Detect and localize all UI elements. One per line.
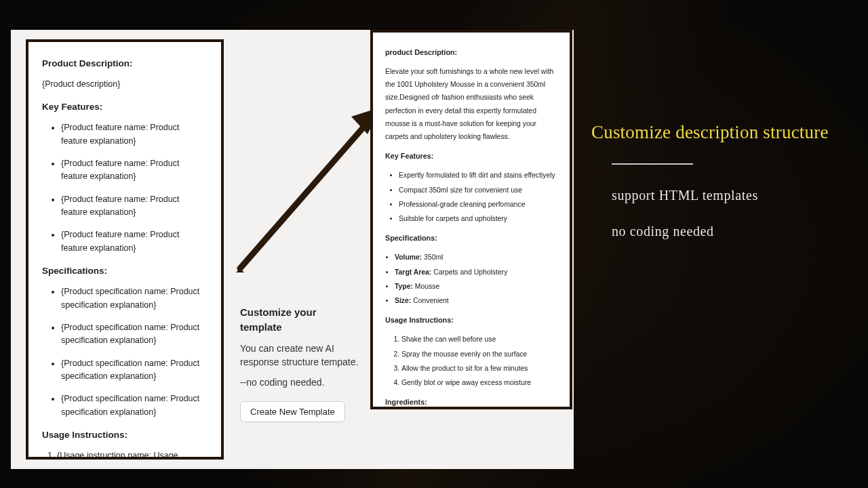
list-item: {Usage instruction name: Usage instructi… [57,449,208,460]
spec-list: Volume: 350ml Targt Area: Carpets and Up… [385,251,559,307]
marketing-headline: Customize description structure [591,122,863,143]
spec-key: Size: [395,297,411,304]
spec-key: Type: [395,283,413,290]
spec-value: Mousse [415,283,439,290]
placeholder-product-description: {Product description} [42,78,208,91]
list-item: {Product specification name: Product spe… [61,285,208,312]
customize-template-block: Customize your template You can create n… [240,305,359,422]
heading-key-features: Key Features: [385,150,559,163]
list-item: {Product specification name: Product spe… [61,357,208,384]
spec-value: Convenient [413,297,449,304]
app-stage: Product Description: {Product descriptio… [11,30,574,469]
heading-ingredients: Ingredients: [385,396,559,409]
generated-output-panel: product Description: Elevate your soft f… [370,30,572,409]
list-item: {Product specification name: Product spe… [61,321,208,348]
feature-placeholder-list: {Product feature name: Product feature e… [42,121,208,255]
list-item: Size: Convenient [395,294,559,307]
list-item: Spray the mousse evenly on the surface [401,348,559,361]
heading-product-description: Product Description: [42,57,208,71]
customize-template-line1: You can create new AI response structure… [240,342,359,369]
heading-key-features: Key Features: [42,100,208,115]
heading-usage-instructions: Usage Instructions: [42,428,208,443]
feature-list: Expertly formulated to lift dirt and sta… [385,169,559,225]
marketing-copy: Customize description structure support … [591,122,863,260]
marketing-subline-2: no coding needed [612,224,863,239]
list-item: {Product feature name: Product feature e… [61,121,208,148]
list-item: {Product feature name: Product feature e… [61,193,208,220]
list-item: Expertly formulated to lift dirt and sta… [399,169,559,182]
list-item: Suitsble for carpets and upholstery [399,212,559,225]
spec-placeholder-list: {Product specification name: Product spe… [42,285,208,419]
list-item: Shake the can well before use [401,333,559,346]
usage-list: Shake the can well before use Spray the … [385,333,559,389]
list-item: {Product feature name: Product feature e… [61,157,208,184]
list-item: Professional-grade cleaning perfomance [399,198,559,211]
product-description-text: Elevate your soft furnishings to a whole… [385,65,559,144]
heading-specifications: Specifications: [42,264,208,279]
list-item: Type: Mousse [395,280,559,293]
spec-value: 350ml [424,253,443,261]
list-item: Targt Area: Carpets and Upholstery [395,266,559,279]
marketing-subline-1: support HTML templates [612,188,863,203]
spec-key: Volume: [395,253,422,261]
list-item: Volume: 350ml [395,251,559,264]
list-item: Allow the product to sit for a few minut… [401,362,559,375]
heading-usage-instructions: Usage Instructions: [385,314,559,327]
create-new-template-button[interactable]: Create New Template [240,401,345,422]
list-item: Compact 350ml size for convenient use [399,184,559,197]
template-structure-panel: Product Description: {Product descriptio… [26,39,224,460]
customize-template-line2: --no coding needed. [240,375,359,389]
list-item: {Product feature name: Product feature e… [61,228,208,255]
headline-underline [612,163,693,165]
center-column: Customize your template You can create n… [232,39,368,460]
spec-value: Carpets and Upholstery [433,268,507,276]
customize-template-title: Customize your template [240,305,359,335]
list-item: Gently blot or wipe away excess moisture [401,376,559,389]
spec-key: Targt Area: [395,268,431,276]
heading-product-description: product Description: [385,46,559,60]
usage-placeholder-list: {Usage instruction name: Usage instructi… [42,449,208,460]
list-item: {Product specification name: Product spe… [61,392,208,419]
heading-specifications: Specifications: [385,232,559,245]
